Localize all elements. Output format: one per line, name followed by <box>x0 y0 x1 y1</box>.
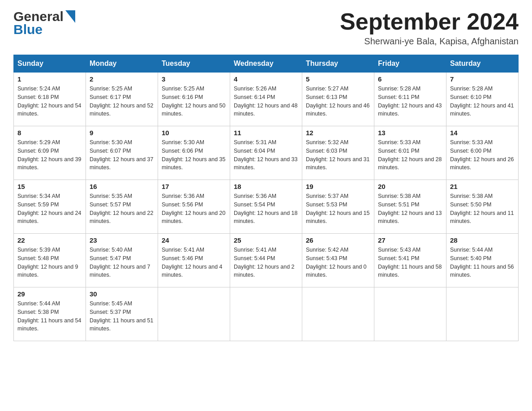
calendar-day-cell: 6Sunrise: 5:28 AMSunset: 6:11 PMDaylight… <box>374 73 446 126</box>
day-info: Sunrise: 5:25 AMSunset: 6:17 PMDaylight:… <box>90 85 154 118</box>
day-info: Sunrise: 5:30 AMSunset: 6:07 PMDaylight:… <box>90 138 154 172</box>
day-info: Sunrise: 5:24 AMSunset: 6:18 PMDaylight:… <box>17 85 82 118</box>
day-number: 18 <box>234 183 298 190</box>
logo-arrow-icon <box>65 10 75 23</box>
calendar-week-row: 15Sunrise: 5:34 AMSunset: 5:59 PMDayligh… <box>14 180 519 234</box>
title-area: September 2024 Sherwani-ye Bala, Kapisa,… <box>340 9 519 47</box>
day-number: 6 <box>378 75 442 83</box>
page-header: General Blue September 2024 Sherwani-ye … <box>13 9 519 47</box>
day-number: 25 <box>234 236 298 244</box>
day-info: Sunrise: 5:28 AMSunset: 6:10 PMDaylight:… <box>450 85 515 118</box>
day-number: 1 <box>17 75 82 83</box>
day-number: 2 <box>90 75 154 83</box>
svg-marker-0 <box>65 10 75 23</box>
day-number: 22 <box>17 236 82 244</box>
day-info: Sunrise: 5:41 AMSunset: 5:44 PMDaylight:… <box>234 246 298 279</box>
day-number: 7 <box>450 75 515 83</box>
day-number: 23 <box>90 236 154 244</box>
calendar-day-cell: 22Sunrise: 5:39 AMSunset: 5:48 PMDayligh… <box>14 234 86 287</box>
calendar-day-cell <box>230 287 302 341</box>
calendar-week-row: 22Sunrise: 5:39 AMSunset: 5:48 PMDayligh… <box>14 234 519 287</box>
day-info: Sunrise: 5:38 AMSunset: 5:50 PMDaylight:… <box>450 192 515 226</box>
calendar-day-cell <box>158 287 230 341</box>
day-number: 15 <box>17 183 82 190</box>
day-info: Sunrise: 5:28 AMSunset: 6:11 PMDaylight:… <box>378 85 442 118</box>
day-number: 9 <box>90 129 154 137</box>
day-info: Sunrise: 5:38 AMSunset: 5:51 PMDaylight:… <box>378 192 442 226</box>
calendar-day-cell: 20Sunrise: 5:38 AMSunset: 5:51 PMDayligh… <box>374 180 446 234</box>
calendar-day-cell: 18Sunrise: 5:36 AMSunset: 5:54 PMDayligh… <box>230 180 302 234</box>
calendar-header-wednesday: Wednesday <box>230 55 302 73</box>
calendar-table: SundayMondayTuesdayWednesdayThursdayFrid… <box>13 55 519 341</box>
day-number: 11 <box>234 129 298 137</box>
calendar-header-monday: Monday <box>86 55 158 73</box>
day-number: 26 <box>306 236 370 244</box>
day-number: 27 <box>378 236 442 244</box>
calendar-day-cell: 17Sunrise: 5:36 AMSunset: 5:56 PMDayligh… <box>158 180 230 234</box>
day-info: Sunrise: 5:40 AMSunset: 5:47 PMDaylight:… <box>90 246 154 279</box>
calendar-day-cell: 29Sunrise: 5:44 AMSunset: 5:38 PMDayligh… <box>14 287 86 341</box>
day-number: 5 <box>306 75 370 83</box>
day-info: Sunrise: 5:26 AMSunset: 6:14 PMDaylight:… <box>234 85 298 118</box>
day-number: 29 <box>17 290 82 298</box>
day-info: Sunrise: 5:34 AMSunset: 5:59 PMDaylight:… <box>17 192 82 226</box>
calendar-header-row: SundayMondayTuesdayWednesdayThursdayFrid… <box>14 55 519 73</box>
calendar-day-cell: 28Sunrise: 5:44 AMSunset: 5:40 PMDayligh… <box>446 234 519 287</box>
day-info: Sunrise: 5:36 AMSunset: 5:54 PMDaylight:… <box>234 192 298 226</box>
calendar-day-cell: 5Sunrise: 5:27 AMSunset: 6:13 PMDaylight… <box>302 73 374 126</box>
calendar-day-cell: 10Sunrise: 5:30 AMSunset: 6:06 PMDayligh… <box>158 126 230 180</box>
calendar-day-cell: 30Sunrise: 5:45 AMSunset: 5:37 PMDayligh… <box>86 287 158 341</box>
calendar-day-cell: 12Sunrise: 5:32 AMSunset: 6:03 PMDayligh… <box>302 126 374 180</box>
calendar-day-cell: 26Sunrise: 5:42 AMSunset: 5:43 PMDayligh… <box>302 234 374 287</box>
day-info: Sunrise: 5:39 AMSunset: 5:48 PMDaylight:… <box>17 246 82 279</box>
calendar-day-cell: 16Sunrise: 5:35 AMSunset: 5:57 PMDayligh… <box>86 180 158 234</box>
calendar-week-row: 29Sunrise: 5:44 AMSunset: 5:38 PMDayligh… <box>14 287 519 341</box>
day-number: 17 <box>162 183 226 190</box>
day-info: Sunrise: 5:36 AMSunset: 5:56 PMDaylight:… <box>162 192 226 226</box>
calendar-day-cell: 9Sunrise: 5:30 AMSunset: 6:07 PMDaylight… <box>86 126 158 180</box>
calendar-day-cell: 27Sunrise: 5:43 AMSunset: 5:41 PMDayligh… <box>374 234 446 287</box>
day-number: 4 <box>234 75 298 83</box>
day-number: 14 <box>450 129 515 137</box>
calendar-day-cell: 1Sunrise: 5:24 AMSunset: 6:18 PMDaylight… <box>14 73 86 126</box>
calendar-day-cell: 7Sunrise: 5:28 AMSunset: 6:10 PMDaylight… <box>446 73 519 126</box>
day-number: 19 <box>306 183 370 190</box>
day-number: 16 <box>90 183 154 190</box>
day-info: Sunrise: 5:35 AMSunset: 5:57 PMDaylight:… <box>90 192 154 226</box>
day-number: 24 <box>162 236 226 244</box>
day-info: Sunrise: 5:37 AMSunset: 5:53 PMDaylight:… <box>306 192 370 226</box>
day-number: 10 <box>162 129 226 137</box>
logo: General Blue <box>13 9 75 37</box>
calendar-header-friday: Friday <box>374 55 446 73</box>
calendar-day-cell <box>302 287 374 341</box>
day-info: Sunrise: 5:44 AMSunset: 5:40 PMDaylight:… <box>450 246 515 279</box>
calendar-day-cell: 19Sunrise: 5:37 AMSunset: 5:53 PMDayligh… <box>302 180 374 234</box>
calendar-day-cell: 25Sunrise: 5:41 AMSunset: 5:44 PMDayligh… <box>230 234 302 287</box>
calendar-header-thursday: Thursday <box>302 55 374 73</box>
calendar-week-row: 8Sunrise: 5:29 AMSunset: 6:09 PMDaylight… <box>14 126 519 180</box>
day-number: 30 <box>90 290 154 298</box>
calendar-header-tuesday: Tuesday <box>158 55 230 73</box>
day-number: 8 <box>17 129 82 137</box>
calendar-day-cell <box>446 287 519 341</box>
month-title: September 2024 <box>340 9 519 34</box>
day-number: 28 <box>450 236 515 244</box>
day-info: Sunrise: 5:45 AMSunset: 5:37 PMDaylight:… <box>90 300 154 333</box>
day-info: Sunrise: 5:42 AMSunset: 5:43 PMDaylight:… <box>306 246 370 279</box>
calendar-header-saturday: Saturday <box>446 55 519 73</box>
calendar-day-cell: 14Sunrise: 5:33 AMSunset: 6:00 PMDayligh… <box>446 126 519 180</box>
day-info: Sunrise: 5:41 AMSunset: 5:46 PMDaylight:… <box>162 246 226 279</box>
calendar-day-cell: 3Sunrise: 5:25 AMSunset: 6:16 PMDaylight… <box>158 73 230 126</box>
calendar-week-row: 1Sunrise: 5:24 AMSunset: 6:18 PMDaylight… <box>14 73 519 126</box>
calendar-day-cell: 24Sunrise: 5:41 AMSunset: 5:46 PMDayligh… <box>158 234 230 287</box>
calendar-day-cell: 21Sunrise: 5:38 AMSunset: 5:50 PMDayligh… <box>446 180 519 234</box>
day-info: Sunrise: 5:27 AMSunset: 6:13 PMDaylight:… <box>306 85 370 118</box>
day-info: Sunrise: 5:43 AMSunset: 5:41 PMDaylight:… <box>378 246 442 279</box>
day-info: Sunrise: 5:33 AMSunset: 6:01 PMDaylight:… <box>378 138 442 172</box>
day-number: 3 <box>162 75 226 83</box>
calendar-day-cell: 2Sunrise: 5:25 AMSunset: 6:17 PMDaylight… <box>86 73 158 126</box>
calendar-day-cell: 13Sunrise: 5:33 AMSunset: 6:01 PMDayligh… <box>374 126 446 180</box>
calendar-day-cell: 15Sunrise: 5:34 AMSunset: 5:59 PMDayligh… <box>14 180 86 234</box>
day-number: 12 <box>306 129 370 137</box>
calendar-day-cell: 4Sunrise: 5:26 AMSunset: 6:14 PMDaylight… <box>230 73 302 126</box>
